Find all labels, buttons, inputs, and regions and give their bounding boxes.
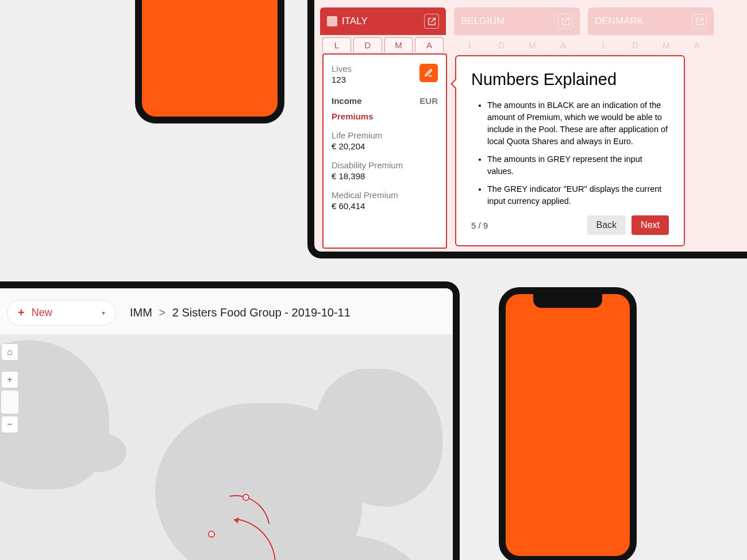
- phone-mockup-bottom: [499, 287, 637, 560]
- lives-label: Lives: [332, 64, 352, 74]
- tab-d[interactable]: D: [621, 37, 650, 52]
- tooltip-title: Numbers Explained: [471, 70, 669, 89]
- country-card-belgium[interactable]: BELGIUM L D M A: [454, 7, 580, 52]
- tab-m[interactable]: M: [518, 37, 547, 52]
- breadcrumb-item[interactable]: 2 Sisters Food Group - 2019-10-11: [172, 306, 351, 319]
- tablet-mockup-bottom: + New ▾ IMM > 2 Sisters Food Group - 201…: [0, 281, 460, 560]
- world-map[interactable]: ⌂ + −: [0, 334, 453, 560]
- detail-panel: Lives 123 Income EUR Premiums Life Premi…: [322, 53, 447, 249]
- lives-value: 123: [332, 75, 352, 84]
- zoom-out-button[interactable]: −: [1, 416, 18, 433]
- premium-item-label: Life Premium: [332, 130, 438, 140]
- breadcrumb: IMM > 2 Sisters Food Group - 2019-10-11: [130, 306, 351, 319]
- premium-item-label: Medical Premium: [332, 190, 438, 200]
- currency-indicator: EUR: [419, 96, 438, 106]
- tab-a[interactable]: A: [683, 37, 711, 52]
- map-node[interactable]: [208, 531, 215, 538]
- tablet-mockup-top: ITALY L D M A BELGIUM: [307, 0, 747, 258]
- next-button[interactable]: Next: [632, 215, 669, 235]
- phone-mockup-top: [135, 0, 284, 123]
- plus-icon: +: [18, 306, 25, 319]
- country-tab-strip: ITALY L D M A BELGIUM: [320, 7, 747, 52]
- plus-icon: +: [7, 374, 12, 385]
- breadcrumb-root[interactable]: IMM: [130, 306, 152, 319]
- tooltip-bullet: The amounts in GREY represent the input …: [487, 153, 669, 177]
- tooltip-bullet: The GREY indicator "EUR" displays the cu…: [487, 183, 669, 207]
- map-node[interactable]: [242, 494, 249, 501]
- premiums-label: Premiums: [332, 111, 438, 121]
- premium-item-value: € 20,204: [332, 141, 438, 151]
- tab-m[interactable]: M: [384, 37, 413, 52]
- premium-item-value: € 18,398: [332, 171, 438, 181]
- zoom-track[interactable]: [1, 391, 18, 414]
- tab-a[interactable]: A: [549, 37, 577, 52]
- tab-l[interactable]: L: [456, 37, 485, 52]
- country-name: BELGIUM: [461, 16, 505, 27]
- open-external-icon[interactable]: [424, 14, 439, 29]
- map-header: + New ▾ IMM > 2 Sisters Food Group - 201…: [0, 288, 453, 335]
- minus-icon: −: [7, 419, 12, 430]
- chevron-down-icon: ▾: [102, 309, 105, 317]
- tooltip-bullet: The amounts in BLACK are an indication o…: [487, 99, 669, 148]
- tab-m[interactable]: M: [652, 37, 681, 52]
- home-icon: ⌂: [7, 347, 13, 357]
- back-button[interactable]: Back: [587, 215, 626, 235]
- premium-item-value: € 60,414: [332, 201, 438, 211]
- map-controls: ⌂ + −: [1, 343, 18, 433]
- country-card-italy[interactable]: ITALY L D M A: [320, 7, 446, 52]
- new-label: New: [32, 307, 52, 319]
- tab-l[interactable]: L: [590, 37, 619, 52]
- landmass: [69, 432, 126, 472]
- breadcrumb-sep: >: [159, 306, 165, 319]
- income-label: Income: [332, 96, 362, 106]
- premium-item-label: Disability Premium: [332, 160, 438, 170]
- walkthrough-tooltip: Numbers Explained The amounts in BLACK a…: [455, 55, 685, 246]
- new-button[interactable]: + New ▾: [7, 300, 116, 326]
- tab-l[interactable]: L: [322, 37, 351, 52]
- tab-a[interactable]: A: [415, 37, 444, 52]
- country-name: DENMARK: [595, 16, 644, 27]
- tab-d[interactable]: D: [353, 37, 382, 52]
- country-name: ITALY: [342, 16, 368, 27]
- home-button[interactable]: ⌂: [1, 343, 18, 361]
- open-external-icon[interactable]: [558, 14, 573, 29]
- edit-button[interactable]: [419, 64, 438, 82]
- country-card-denmark[interactable]: DENMARK L D M A: [588, 7, 714, 52]
- tab-d[interactable]: D: [487, 37, 516, 52]
- tooltip-step: 5 / 9: [471, 221, 488, 230]
- building-icon: [327, 16, 337, 26]
- zoom-in-button[interactable]: +: [1, 371, 18, 388]
- open-external-icon[interactable]: [692, 14, 707, 29]
- phone-notch: [533, 294, 602, 308]
